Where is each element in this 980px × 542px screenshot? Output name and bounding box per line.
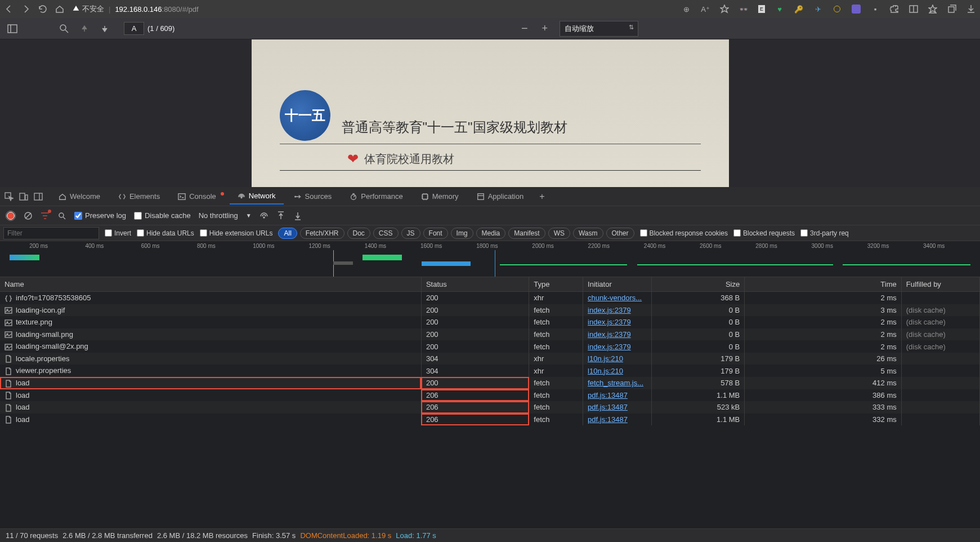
blocked-cookies-checkbox[interactable]: Blocked response cookies [640,229,728,237]
timeline-tick: 2400 ms [644,243,665,249]
disable-cache-checkbox[interactable]: Disable cache [134,211,191,220]
ext-2-icon[interactable]: E [758,5,765,13]
extensions-icon[interactable] [890,5,899,14]
table-row[interactable]: load206fetchpdf.js:134871.1 MB386 ms [0,389,980,402]
table-row[interactable]: viewer.properties304xhrl10n.js:210179 B5… [0,365,980,377]
favorites-bar-icon[interactable] [928,5,937,14]
filter-pill-font[interactable]: Font [423,228,448,239]
third-party-checkbox[interactable]: 3rd-party req [800,229,849,237]
prev-page-icon[interactable] [79,23,90,34]
network-timeline[interactable]: 200 ms400 ms600 ms800 ms1000 ms1200 ms14… [0,241,980,277]
status-load: Load: 1.77 s [396,531,436,540]
filter-pill-fetchxhr[interactable]: Fetch/XHR [300,228,344,239]
filter-pill-manifest[interactable]: Manifest [508,228,545,239]
filter-pill-all[interactable]: All [278,228,297,239]
download-icon[interactable] [293,211,302,220]
filter-pill-doc[interactable]: Doc [347,228,370,239]
col-type[interactable]: Type [529,277,583,292]
ext-5-icon[interactable]: ✈ [813,5,822,14]
book-logo: 十一五 [280,90,330,141]
col-time[interactable]: Time [745,277,901,292]
table-row[interactable]: locale.properties304xhrl10n.js:210179 B2… [0,353,980,365]
tab-network[interactable]: Network [230,188,284,205]
zoom-icon[interactable]: ⊕ [682,5,691,14]
back-icon[interactable] [5,5,14,14]
split-icon[interactable] [909,5,918,14]
blocked-requests-checkbox[interactable]: Blocked requests [733,229,795,237]
table-row[interactable]: load206fetchpdf.js:13487523 kB333 ms [0,401,980,414]
network-table[interactable]: Name Status Type Initiator Size Time Ful… [0,277,980,528]
ext-1-icon[interactable]: 👓 [739,5,748,14]
refresh-icon[interactable] [38,5,47,14]
filter-pill-other[interactable]: Other [606,228,634,239]
filter-pill-media[interactable]: Media [476,228,506,239]
url-box[interactable]: 不安全 | 192.168.0.146:8080/#/pdf [72,4,674,14]
filter-input[interactable] [3,227,99,239]
tab-sources[interactable]: Sources [286,189,340,204]
ext-8-icon[interactable]: ▪ [871,5,880,14]
col-fulfilled[interactable]: Fulfilled by [901,277,979,292]
tab-console[interactable]: Console [170,189,227,204]
throttling-select[interactable]: No throttling [199,211,238,220]
col-name[interactable]: Name [0,277,421,292]
ext-7-icon[interactable] [852,5,861,14]
timeline-tick: 800 ms [197,243,216,249]
zoom-out-icon[interactable]: − [519,23,530,34]
col-status[interactable]: Status [421,277,529,292]
search-icon[interactable] [59,23,70,34]
col-size[interactable]: Size [651,277,744,292]
table-row[interactable]: loading-icon.gif200fetchindex.js:23790 B… [0,304,980,317]
device-icon[interactable] [19,192,28,201]
clear-icon[interactable] [24,211,33,220]
favorite-icon[interactable] [720,5,729,14]
next-page-icon[interactable] [99,23,110,34]
tab-performance[interactable]: Performance [342,189,410,204]
tab-elements[interactable]: Elements [110,189,168,204]
table-row[interactable]: load206fetchpdf.js:134871.1 MB332 ms [0,414,980,426]
timeline-tick: 3200 ms [867,243,889,249]
filter-pill-js[interactable]: JS [401,228,420,239]
read-aloud-icon[interactable]: A⁺ [701,5,710,14]
pdf-viewport[interactable]: 十一五 普通高等教育"十一五"国家级规划教材 ❤体育院校通用教材 [0,39,980,187]
upload-icon[interactable] [276,211,285,220]
preserve-log-checkbox[interactable]: Preserve log [74,211,126,220]
invert-checkbox[interactable]: Invert [105,229,131,237]
ext-4-icon[interactable]: 🔑 [794,5,803,14]
wifi-icon[interactable] [259,211,269,220]
home-icon[interactable] [55,5,64,14]
timeline-tick: 1800 ms [476,243,498,249]
filter-pill-img[interactable]: Img [451,228,473,239]
hide-ext-urls-checkbox[interactable]: Hide extension URLs [200,229,273,237]
table-row[interactable]: info?t=1708753538605200xhrchunk-vendors.… [0,292,980,304]
filter-pill-wasm[interactable]: Wasm [573,228,603,239]
table-row[interactable]: texture.png200fetchindex.js:23790 B2 ms(… [0,316,980,328]
collections-icon[interactable] [947,5,956,14]
inspect-icon[interactable] [5,192,14,201]
file-icon [5,392,12,399]
table-row[interactable]: loading-small.png200fetchindex.js:23790 … [0,328,980,341]
col-initiator[interactable]: Initiator [583,277,652,292]
forward-icon[interactable] [21,5,30,14]
downloads-icon[interactable] [966,5,975,14]
tab-memory[interactable]: Memory [413,189,467,204]
ext-6-icon[interactable] [833,5,842,14]
hide-data-urls-checkbox[interactable]: Hide data URLs [137,229,194,237]
zoom-select[interactable]: 自动缩放 [560,21,638,37]
record-button[interactable] [6,211,16,221]
table-row[interactable]: load200fetchfetch_stream.js...578 B412 m… [0,377,980,389]
tab-welcome[interactable]: Welcome [51,189,108,204]
timeline-tick: 3400 ms [923,243,945,249]
table-row[interactable]: loading-small@2x.png200fetchindex.js:237… [0,340,980,353]
search-icon[interactable] [57,211,66,220]
zoom-in-icon[interactable]: + [539,23,551,34]
dock-icon[interactable] [34,192,43,201]
tab-application[interactable]: Application [469,189,532,204]
filter-pill-ws[interactable]: WS [548,228,570,239]
filter-pill-css[interactable]: CSS [373,228,399,239]
filter-toggle-icon[interactable] [41,211,50,220]
file-icon [5,331,12,339]
ext-3-icon[interactable]: ♥ [775,5,784,14]
tab-more[interactable]: + [534,188,550,205]
sidebar-toggle-icon[interactable] [7,23,18,34]
page-letter-box[interactable]: A [124,22,144,35]
